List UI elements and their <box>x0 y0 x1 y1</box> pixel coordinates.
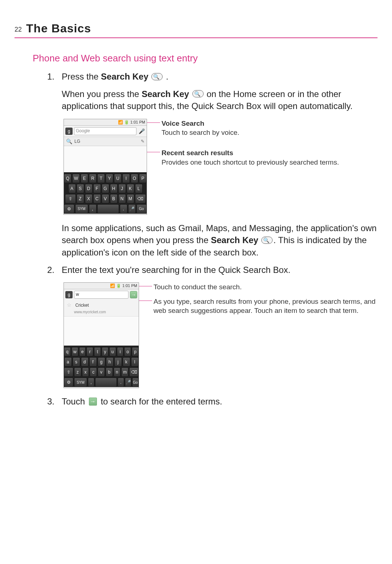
key-o[interactable]: o <box>124 347 131 356</box>
google-badge-icon[interactable]: g <box>65 128 73 135</box>
key-period[interactable]: . <box>120 204 127 214</box>
key-W[interactable]: W <box>72 174 80 183</box>
google-badge-icon[interactable]: g <box>65 291 73 298</box>
status-time: 1:01 PM <box>130 120 145 124</box>
key-sym[interactable]: SYM <box>74 378 87 387</box>
key-⇧[interactable]: ⇧ <box>65 194 76 204</box>
key-U[interactable]: U <box>114 174 122 183</box>
key-a[interactable]: a <box>64 357 72 367</box>
key-f[interactable]: f <box>89 357 97 367</box>
step-1-bold: Search Key <box>101 72 148 81</box>
key-u[interactable]: u <box>109 347 116 356</box>
key-V[interactable]: V <box>102 194 109 204</box>
key-g[interactable]: g <box>98 357 105 367</box>
key-X[interactable]: X <box>85 194 93 204</box>
key-T[interactable]: T <box>97 174 105 183</box>
key-t[interactable]: t <box>94 347 101 356</box>
key-e[interactable]: e <box>79 347 86 356</box>
key-K[interactable]: K <box>127 184 134 193</box>
key-q[interactable]: q <box>64 347 71 356</box>
callout-body: Touch to conduct the search. <box>154 283 242 291</box>
step-3: 3. Touch → to search for the entered ter… <box>47 395 377 408</box>
key-M[interactable]: M <box>127 194 134 204</box>
key-H[interactable]: H <box>110 184 118 193</box>
key-space[interactable] <box>97 204 119 214</box>
key-period[interactable]: . <box>118 378 124 387</box>
key-R[interactable]: R <box>89 174 97 183</box>
key-⇧[interactable]: ⇧ <box>64 367 73 377</box>
key-⌫[interactable]: ⌫ <box>135 194 146 204</box>
key-C[interactable]: C <box>93 194 101 204</box>
key-k[interactable]: k <box>123 357 130 367</box>
key-mic[interactable]: 🎤 <box>125 378 131 387</box>
callout-recent-results: Recent search results Provides one touch… <box>162 148 339 167</box>
key-A[interactable]: A <box>68 184 76 193</box>
keyboard[interactable]: QWERTYUIOP ASDFGHJKL ⇧ZXCVBNM⌫ ⚙ SYM , .… <box>64 172 147 214</box>
result-sub: www.mycricket.com <box>74 310 106 314</box>
key-go[interactable]: Go <box>132 378 139 387</box>
page-header: 22 The Basics <box>15 22 377 38</box>
edit-icon[interactable]: ✎ <box>141 139 144 144</box>
keyboard[interactable]: qwertyuiop asdfghjkl ⇧zxcvbnm⌫ ⚙ SYM , .… <box>64 346 139 387</box>
figure-1-callouts: Voice Search Touch to search by voice. R… <box>162 119 339 175</box>
p1a: When you press the <box>62 89 142 99</box>
key-F[interactable]: F <box>93 184 101 193</box>
key-l[interactable]: l <box>131 357 139 367</box>
status-time: 1:01 PM <box>122 283 137 288</box>
key-I[interactable]: I <box>122 174 130 183</box>
key-O[interactable]: O <box>131 174 138 183</box>
key-j[interactable]: j <box>114 357 122 367</box>
key-w[interactable]: w <box>72 347 78 356</box>
mic-icon[interactable]: 🎤 <box>138 128 145 135</box>
key-L[interactable]: L <box>135 184 143 193</box>
key-n[interactable]: n <box>114 367 121 377</box>
p2a-bold: Search Key <box>211 235 258 245</box>
key-mic[interactable]: 🎤 <box>128 204 136 214</box>
key-d[interactable]: d <box>81 357 89 367</box>
key-comma[interactable]: , <box>89 204 97 214</box>
key-sym[interactable]: SYM <box>75 204 88 214</box>
paragraph-1: When you press the Search Key 🔍 on the H… <box>62 88 377 112</box>
step-1: 1. Press the Search Key 🔍 . <box>47 70 377 83</box>
key-B[interactable]: B <box>110 194 118 204</box>
recent-row[interactable]: 🔍 LG ✎ <box>64 137 147 146</box>
callout-body: Touch to search by voice. <box>162 129 239 136</box>
status-bar: 📶 🔋 1:01 PM <box>64 119 147 126</box>
search-key-icon: 🔍 <box>261 237 273 244</box>
key-D[interactable]: D <box>85 184 93 193</box>
go-arrow-icon[interactable]: → <box>130 291 137 298</box>
search-input[interactable]: w <box>74 291 128 299</box>
key-space[interactable] <box>95 378 117 387</box>
key-J[interactable]: J <box>118 184 126 193</box>
key-P[interactable]: P <box>139 174 147 183</box>
key-m[interactable]: m <box>121 367 128 377</box>
key-p[interactable]: p <box>132 347 139 356</box>
key-x[interactable]: x <box>82 367 89 377</box>
status-bar: 📶 🔋 1:01 PM <box>64 283 139 289</box>
key-E[interactable]: E <box>81 174 88 183</box>
key-N[interactable]: N <box>118 194 126 204</box>
key-s[interactable]: s <box>73 357 80 367</box>
key-Q[interactable]: Q <box>64 174 72 183</box>
key-r[interactable]: r <box>86 347 93 356</box>
search-key-icon: 🔍 <box>151 73 163 80</box>
search-result-item[interactable]: ☆ Cricket www.mycricket.com <box>64 300 139 317</box>
key-⌫[interactable]: ⌫ <box>129 367 139 377</box>
key-Y[interactable]: Y <box>106 174 113 183</box>
search-row: g w → <box>64 289 139 300</box>
key-c[interactable]: c <box>90 367 97 377</box>
key-Z[interactable]: Z <box>77 194 84 204</box>
key-comma[interactable]: , <box>88 378 94 387</box>
key-h[interactable]: h <box>106 357 114 367</box>
search-input[interactable]: Google <box>74 127 136 135</box>
key-b[interactable]: b <box>106 367 113 377</box>
key-settings[interactable]: ⚙ <box>64 378 73 387</box>
key-v[interactable]: v <box>98 367 105 377</box>
key-G[interactable]: G <box>102 184 109 193</box>
key-settings[interactable]: ⚙ <box>64 204 74 214</box>
key-z[interactable]: z <box>74 367 81 377</box>
key-go[interactable]: Go <box>136 204 147 214</box>
key-S[interactable]: S <box>77 184 84 193</box>
key-y[interactable]: y <box>102 347 109 356</box>
key-i[interactable]: i <box>117 347 124 356</box>
